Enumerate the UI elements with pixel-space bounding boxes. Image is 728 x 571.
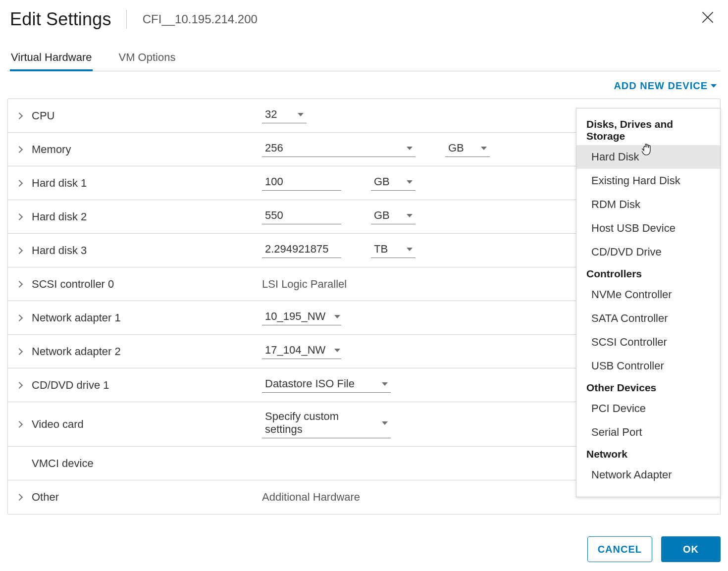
chevron-down-icon bbox=[382, 382, 388, 386]
tab-vm-options[interactable]: VM Options bbox=[117, 47, 176, 71]
expand-icon[interactable] bbox=[17, 213, 24, 220]
hd1-unit-select[interactable]: GB bbox=[371, 175, 416, 191]
hd2-label: Hard disk 2 bbox=[32, 210, 262, 223]
menu-item-scsi-controller[interactable]: SCSI Controller bbox=[576, 330, 720, 354]
menu-heading-other-devices: Other Devices bbox=[576, 378, 720, 397]
cddvd-source-select[interactable]: Datastore ISO File bbox=[262, 377, 391, 393]
ok-button[interactable]: OK bbox=[661, 536, 721, 562]
cancel-button[interactable]: CANCEL bbox=[587, 536, 652, 562]
expand-icon[interactable] bbox=[17, 281, 24, 288]
hd3-label: Hard disk 3 bbox=[32, 244, 262, 257]
menu-item-rdm-disk[interactable]: RDM Disk bbox=[576, 193, 720, 216]
net2-label: Network adapter 2 bbox=[32, 345, 262, 358]
net1-label: Network adapter 1 bbox=[32, 311, 262, 324]
chevron-down-icon bbox=[407, 248, 413, 251]
add-new-device-button[interactable]: ADD NEW DEVICE bbox=[614, 80, 717, 92]
chevron-down-icon bbox=[298, 113, 304, 116]
net2-select[interactable]: 17_104_NW bbox=[262, 344, 341, 359]
expand-icon[interactable] bbox=[17, 180, 24, 187]
hd2-size-value: 550 bbox=[265, 209, 283, 222]
hd3-size-input[interactable]: 2.294921875 bbox=[262, 243, 341, 258]
dialog-title: Edit Settings bbox=[10, 9, 111, 30]
other-label: Other bbox=[32, 491, 262, 504]
video-value: Specify custom settings bbox=[265, 410, 373, 436]
tab-virtual-hardware[interactable]: Virtual Hardware bbox=[10, 47, 93, 71]
net1-select[interactable]: 10_195_NW bbox=[262, 310, 341, 325]
scsi0-type: LSI Logic Parallel bbox=[262, 278, 347, 291]
video-label: Video card bbox=[32, 418, 262, 431]
expand-icon[interactable] bbox=[17, 348, 24, 355]
menu-item-nvme-controller[interactable]: NVMe Controller bbox=[576, 283, 720, 307]
chevron-down-icon bbox=[334, 315, 340, 318]
expand-icon[interactable] bbox=[17, 421, 24, 428]
expand-icon[interactable] bbox=[17, 382, 24, 389]
menu-heading-network: Network bbox=[576, 444, 720, 463]
vmci-label: VMCI device bbox=[32, 457, 262, 470]
memory-label: Memory bbox=[32, 143, 262, 156]
menu-item-usb-controller[interactable]: USB Controller bbox=[576, 354, 720, 378]
menu-item-existing-hard-disk[interactable]: Existing Hard Disk bbox=[576, 169, 720, 193]
header-divider bbox=[126, 10, 127, 29]
hd1-size-value: 100 bbox=[265, 175, 283, 188]
chevron-down-icon bbox=[407, 147, 413, 150]
hd2-size-input[interactable]: 550 bbox=[262, 209, 341, 224]
scsi0-label: SCSI controller 0 bbox=[32, 278, 262, 291]
menu-item-hard-disk[interactable]: Hard Disk bbox=[576, 145, 720, 169]
add-new-device-label: ADD NEW DEVICE bbox=[614, 80, 708, 92]
cddvd-label: CD/DVD drive 1 bbox=[32, 379, 262, 392]
chevron-down-icon bbox=[481, 147, 487, 150]
hd2-unit-select[interactable]: GB bbox=[371, 209, 416, 224]
chevron-down-icon bbox=[382, 421, 388, 425]
hd1-label: Hard disk 1 bbox=[32, 177, 262, 190]
expand-icon[interactable] bbox=[17, 146, 24, 153]
video-mode-select[interactable]: Specify custom settings bbox=[262, 410, 391, 438]
hd1-size-input[interactable]: 100 bbox=[262, 175, 341, 191]
expand-icon[interactable] bbox=[17, 247, 24, 254]
net1-value: 10_195_NW bbox=[265, 310, 325, 323]
expand-icon[interactable] bbox=[17, 494, 24, 501]
menu-item-network-adapter[interactable]: Network Adapter bbox=[576, 463, 720, 487]
memory-size-select[interactable]: 256 bbox=[262, 142, 416, 157]
menu-heading-controllers: Controllers bbox=[576, 264, 720, 283]
hd2-unit-value: GB bbox=[374, 209, 390, 222]
menu-item-cd-dvd-drive[interactable]: CD/DVD Drive bbox=[576, 240, 720, 264]
menu-item-serial-port[interactable]: Serial Port bbox=[576, 420, 720, 444]
hd3-unit-select[interactable]: TB bbox=[371, 243, 416, 258]
net2-value: 17_104_NW bbox=[265, 344, 325, 357]
hd1-unit-value: GB bbox=[374, 175, 390, 188]
other-text: Additional Hardware bbox=[262, 491, 360, 504]
cddvd-value: Datastore ISO File bbox=[265, 377, 355, 390]
menu-item-sata-controller[interactable]: SATA Controller bbox=[576, 307, 720, 330]
cpu-label: CPU bbox=[32, 109, 262, 122]
close-icon[interactable] bbox=[700, 10, 715, 25]
add-new-device-menu: Disks, Drives and Storage Hard Disk Exis… bbox=[576, 108, 721, 497]
dialog-subtitle: CFI__10.195.214.200 bbox=[143, 12, 258, 26]
hd3-size-value: 2.294921875 bbox=[265, 243, 328, 256]
menu-heading-storage: Disks, Drives and Storage bbox=[576, 114, 720, 145]
expand-icon[interactable] bbox=[17, 112, 24, 119]
memory-unit-value: GB bbox=[448, 142, 464, 155]
dialog-header: Edit Settings CFI__10.195.214.200 bbox=[7, 9, 721, 30]
chevron-down-icon bbox=[407, 214, 413, 217]
menu-item-host-usb-device[interactable]: Host USB Device bbox=[576, 216, 720, 240]
hd3-unit-value: TB bbox=[374, 243, 388, 256]
dialog-footer: CANCEL OK bbox=[587, 536, 721, 562]
chevron-down-icon bbox=[711, 84, 717, 88]
memory-unit-select[interactable]: GB bbox=[445, 142, 490, 157]
expand-placeholder bbox=[17, 460, 24, 467]
chevron-down-icon bbox=[334, 349, 340, 352]
chevron-down-icon bbox=[407, 180, 413, 184]
cpu-count-select[interactable]: 32 bbox=[262, 108, 307, 123]
tab-bar: Virtual Hardware VM Options bbox=[7, 47, 721, 71]
cpu-count-value: 32 bbox=[265, 108, 277, 121]
menu-item-pci-device[interactable]: PCI Device bbox=[576, 397, 720, 420]
expand-icon[interactable] bbox=[17, 314, 24, 321]
memory-size-value: 256 bbox=[265, 142, 283, 155]
add-device-row: ADD NEW DEVICE bbox=[7, 71, 721, 99]
